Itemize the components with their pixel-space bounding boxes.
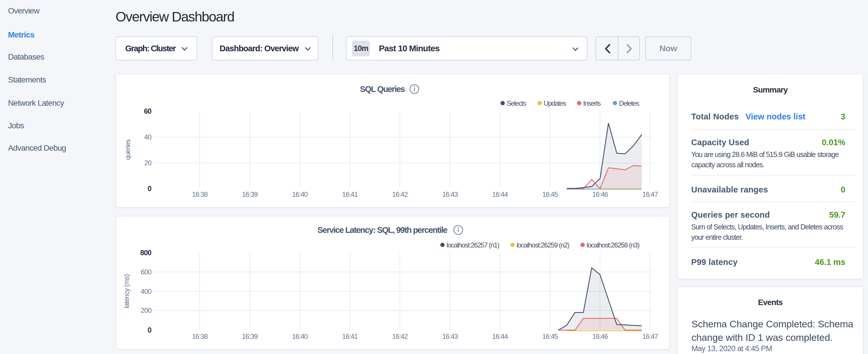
svg-text:Inserts: Inserts [583, 99, 601, 107]
svg-text:queries: queries [124, 139, 131, 160]
svg-text:600: 600 [141, 268, 152, 276]
svg-text:16:40: 16:40 [292, 332, 308, 340]
svg-text:16:44: 16:44 [492, 190, 508, 198]
svg-text:16:43: 16:43 [442, 190, 458, 198]
svg-text:40: 40 [144, 133, 151, 141]
svg-text:16:46: 16:46 [592, 332, 608, 340]
svg-text:16:43: 16:43 [442, 332, 458, 340]
svg-text:800: 800 [140, 249, 151, 257]
svg-text:16:39: 16:39 [242, 190, 258, 198]
svg-text:16:38: 16:38 [192, 332, 208, 340]
svg-text:localhost:26258 (n3): localhost:26258 (n3) [587, 241, 639, 249]
svg-text:localhost:26257 (n1): localhost:26257 (n1) [446, 241, 499, 249]
svg-text:16:46: 16:46 [592, 190, 608, 198]
svg-text:16:44: 16:44 [492, 332, 508, 340]
svg-text:16:38: 16:38 [192, 190, 208, 198]
svg-text:20: 20 [144, 159, 151, 167]
svg-text:SQL Queries: SQL Queries [360, 85, 405, 94]
svg-text:localhost:26259 (n2): localhost:26259 (n2) [517, 241, 569, 249]
svg-text:16:47: 16:47 [642, 190, 658, 198]
svg-text:Deletes: Deletes [619, 99, 639, 107]
svg-text:16:41: 16:41 [342, 190, 358, 198]
svg-text:Updates: Updates [544, 99, 566, 107]
svg-text:16:45: 16:45 [542, 332, 558, 340]
svg-text:16:47: 16:47 [642, 332, 658, 340]
svg-text:0: 0 [148, 326, 151, 334]
svg-text:Selects: Selects [507, 99, 526, 107]
svg-text:16:40: 16:40 [292, 190, 308, 198]
svg-text:16:41: 16:41 [342, 332, 358, 340]
svg-text:60: 60 [144, 107, 151, 115]
svg-text:16:45: 16:45 [542, 190, 558, 198]
svg-text:latency (ms): latency (ms) [123, 275, 130, 309]
svg-text:16:42: 16:42 [392, 332, 408, 340]
svg-text:400: 400 [141, 288, 152, 295]
svg-text:0: 0 [148, 185, 151, 192]
svg-text:Service Latency: SQL, 99th per: Service Latency: SQL, 99th percentile [317, 225, 447, 234]
svg-text:16:42: 16:42 [392, 190, 408, 198]
svg-text:200: 200 [141, 307, 152, 314]
svg-text:16:39: 16:39 [242, 332, 258, 340]
